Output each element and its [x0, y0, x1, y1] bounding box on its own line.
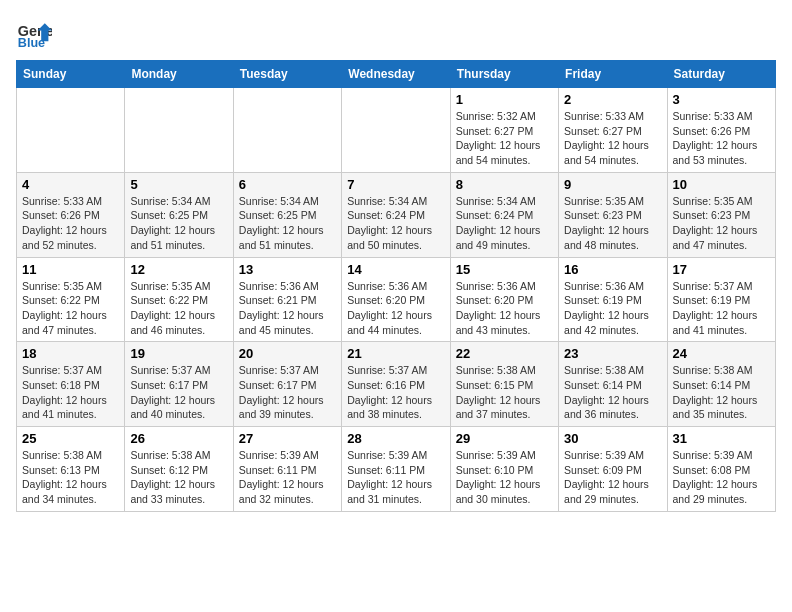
calendar-week-row: 1Sunrise: 5:32 AM Sunset: 6:27 PM Daylig…: [17, 88, 776, 173]
calendar-cell: 4Sunrise: 5:33 AM Sunset: 6:26 PM Daylig…: [17, 172, 125, 257]
day-info: Sunrise: 5:38 AM Sunset: 6:15 PM Dayligh…: [456, 363, 553, 422]
day-info: Sunrise: 5:36 AM Sunset: 6:20 PM Dayligh…: [347, 279, 444, 338]
svg-text:Blue: Blue: [18, 36, 45, 50]
day-info: Sunrise: 5:37 AM Sunset: 6:19 PM Dayligh…: [673, 279, 770, 338]
calendar-week-row: 4Sunrise: 5:33 AM Sunset: 6:26 PM Daylig…: [17, 172, 776, 257]
day-info: Sunrise: 5:35 AM Sunset: 6:22 PM Dayligh…: [22, 279, 119, 338]
weekday-header-wednesday: Wednesday: [342, 61, 450, 88]
calendar-cell: 22Sunrise: 5:38 AM Sunset: 6:15 PM Dayli…: [450, 342, 558, 427]
day-info: Sunrise: 5:37 AM Sunset: 6:18 PM Dayligh…: [22, 363, 119, 422]
day-number: 11: [22, 262, 119, 277]
calendar-header: SundayMondayTuesdayWednesdayThursdayFrid…: [17, 61, 776, 88]
calendar-week-row: 18Sunrise: 5:37 AM Sunset: 6:18 PM Dayli…: [17, 342, 776, 427]
day-info: Sunrise: 5:34 AM Sunset: 6:25 PM Dayligh…: [130, 194, 227, 253]
day-number: 2: [564, 92, 661, 107]
calendar-cell: [125, 88, 233, 173]
day-number: 15: [456, 262, 553, 277]
day-info: Sunrise: 5:36 AM Sunset: 6:19 PM Dayligh…: [564, 279, 661, 338]
day-info: Sunrise: 5:36 AM Sunset: 6:21 PM Dayligh…: [239, 279, 336, 338]
day-info: Sunrise: 5:35 AM Sunset: 6:22 PM Dayligh…: [130, 279, 227, 338]
day-number: 28: [347, 431, 444, 446]
day-number: 5: [130, 177, 227, 192]
calendar-cell: [17, 88, 125, 173]
day-info: Sunrise: 5:39 AM Sunset: 6:08 PM Dayligh…: [673, 448, 770, 507]
day-number: 14: [347, 262, 444, 277]
calendar-cell: 12Sunrise: 5:35 AM Sunset: 6:22 PM Dayli…: [125, 257, 233, 342]
calendar-cell: 6Sunrise: 5:34 AM Sunset: 6:25 PM Daylig…: [233, 172, 341, 257]
calendar-cell: 16Sunrise: 5:36 AM Sunset: 6:19 PM Dayli…: [559, 257, 667, 342]
calendar-cell: 14Sunrise: 5:36 AM Sunset: 6:20 PM Dayli…: [342, 257, 450, 342]
calendar-cell: 3Sunrise: 5:33 AM Sunset: 6:26 PM Daylig…: [667, 88, 775, 173]
day-info: Sunrise: 5:32 AM Sunset: 6:27 PM Dayligh…: [456, 109, 553, 168]
calendar-cell: 5Sunrise: 5:34 AM Sunset: 6:25 PM Daylig…: [125, 172, 233, 257]
weekday-header-sunday: Sunday: [17, 61, 125, 88]
calendar-cell: 7Sunrise: 5:34 AM Sunset: 6:24 PM Daylig…: [342, 172, 450, 257]
calendar-cell: 20Sunrise: 5:37 AM Sunset: 6:17 PM Dayli…: [233, 342, 341, 427]
day-number: 4: [22, 177, 119, 192]
calendar-cell: 31Sunrise: 5:39 AM Sunset: 6:08 PM Dayli…: [667, 427, 775, 512]
day-number: 27: [239, 431, 336, 446]
calendar-week-row: 11Sunrise: 5:35 AM Sunset: 6:22 PM Dayli…: [17, 257, 776, 342]
day-number: 16: [564, 262, 661, 277]
day-info: Sunrise: 5:37 AM Sunset: 6:17 PM Dayligh…: [130, 363, 227, 422]
day-number: 1: [456, 92, 553, 107]
day-info: Sunrise: 5:34 AM Sunset: 6:24 PM Dayligh…: [456, 194, 553, 253]
day-number: 18: [22, 346, 119, 361]
calendar-cell: 23Sunrise: 5:38 AM Sunset: 6:14 PM Dayli…: [559, 342, 667, 427]
day-info: Sunrise: 5:33 AM Sunset: 6:26 PM Dayligh…: [673, 109, 770, 168]
calendar-cell: 9Sunrise: 5:35 AM Sunset: 6:23 PM Daylig…: [559, 172, 667, 257]
calendar-body: 1Sunrise: 5:32 AM Sunset: 6:27 PM Daylig…: [17, 88, 776, 512]
calendar-cell: 25Sunrise: 5:38 AM Sunset: 6:13 PM Dayli…: [17, 427, 125, 512]
calendar-cell: 21Sunrise: 5:37 AM Sunset: 6:16 PM Dayli…: [342, 342, 450, 427]
day-number: 19: [130, 346, 227, 361]
weekday-header-thursday: Thursday: [450, 61, 558, 88]
calendar-cell: 30Sunrise: 5:39 AM Sunset: 6:09 PM Dayli…: [559, 427, 667, 512]
weekday-header-tuesday: Tuesday: [233, 61, 341, 88]
calendar-cell: 2Sunrise: 5:33 AM Sunset: 6:27 PM Daylig…: [559, 88, 667, 173]
day-number: 30: [564, 431, 661, 446]
logo: General Blue: [16, 16, 52, 52]
day-info: Sunrise: 5:33 AM Sunset: 6:26 PM Dayligh…: [22, 194, 119, 253]
calendar-cell: [233, 88, 341, 173]
day-info: Sunrise: 5:39 AM Sunset: 6:09 PM Dayligh…: [564, 448, 661, 507]
weekday-header-friday: Friday: [559, 61, 667, 88]
day-info: Sunrise: 5:38 AM Sunset: 6:13 PM Dayligh…: [22, 448, 119, 507]
day-info: Sunrise: 5:38 AM Sunset: 6:12 PM Dayligh…: [130, 448, 227, 507]
day-number: 12: [130, 262, 227, 277]
calendar-cell: 15Sunrise: 5:36 AM Sunset: 6:20 PM Dayli…: [450, 257, 558, 342]
logo-icon: General Blue: [16, 16, 52, 52]
page-header: General Blue: [16, 16, 776, 52]
day-info: Sunrise: 5:37 AM Sunset: 6:17 PM Dayligh…: [239, 363, 336, 422]
day-number: 9: [564, 177, 661, 192]
day-number: 23: [564, 346, 661, 361]
calendar-cell: 19Sunrise: 5:37 AM Sunset: 6:17 PM Dayli…: [125, 342, 233, 427]
day-info: Sunrise: 5:35 AM Sunset: 6:23 PM Dayligh…: [673, 194, 770, 253]
day-info: Sunrise: 5:37 AM Sunset: 6:16 PM Dayligh…: [347, 363, 444, 422]
day-number: 10: [673, 177, 770, 192]
day-info: Sunrise: 5:34 AM Sunset: 6:24 PM Dayligh…: [347, 194, 444, 253]
day-info: Sunrise: 5:34 AM Sunset: 6:25 PM Dayligh…: [239, 194, 336, 253]
day-info: Sunrise: 5:38 AM Sunset: 6:14 PM Dayligh…: [564, 363, 661, 422]
calendar-cell: 13Sunrise: 5:36 AM Sunset: 6:21 PM Dayli…: [233, 257, 341, 342]
calendar-cell: 26Sunrise: 5:38 AM Sunset: 6:12 PM Dayli…: [125, 427, 233, 512]
day-number: 31: [673, 431, 770, 446]
day-info: Sunrise: 5:33 AM Sunset: 6:27 PM Dayligh…: [564, 109, 661, 168]
day-info: Sunrise: 5:38 AM Sunset: 6:14 PM Dayligh…: [673, 363, 770, 422]
calendar-table: SundayMondayTuesdayWednesdayThursdayFrid…: [16, 60, 776, 512]
calendar-cell: 28Sunrise: 5:39 AM Sunset: 6:11 PM Dayli…: [342, 427, 450, 512]
day-number: 6: [239, 177, 336, 192]
day-info: Sunrise: 5:39 AM Sunset: 6:11 PM Dayligh…: [347, 448, 444, 507]
day-number: 8: [456, 177, 553, 192]
weekday-header-saturday: Saturday: [667, 61, 775, 88]
day-number: 21: [347, 346, 444, 361]
calendar-cell: 17Sunrise: 5:37 AM Sunset: 6:19 PM Dayli…: [667, 257, 775, 342]
calendar-cell: 10Sunrise: 5:35 AM Sunset: 6:23 PM Dayli…: [667, 172, 775, 257]
calendar-cell: 29Sunrise: 5:39 AM Sunset: 6:10 PM Dayli…: [450, 427, 558, 512]
day-info: Sunrise: 5:39 AM Sunset: 6:10 PM Dayligh…: [456, 448, 553, 507]
day-number: 20: [239, 346, 336, 361]
weekday-header-row: SundayMondayTuesdayWednesdayThursdayFrid…: [17, 61, 776, 88]
day-number: 3: [673, 92, 770, 107]
calendar-cell: 24Sunrise: 5:38 AM Sunset: 6:14 PM Dayli…: [667, 342, 775, 427]
calendar-cell: 11Sunrise: 5:35 AM Sunset: 6:22 PM Dayli…: [17, 257, 125, 342]
day-number: 22: [456, 346, 553, 361]
